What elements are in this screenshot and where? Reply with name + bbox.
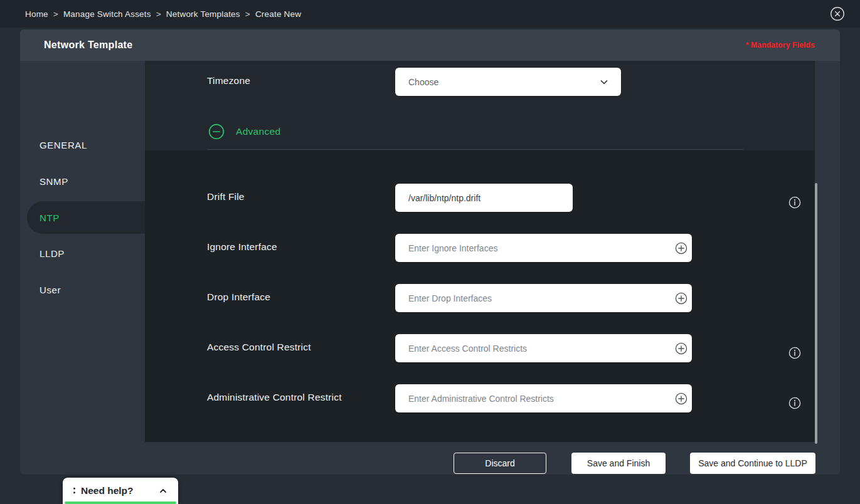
timezone-label: Timezone	[207, 75, 250, 87]
add-access-control-restrict-icon[interactable]	[675, 342, 687, 355]
drop-interface-label: Drop Interface	[207, 291, 270, 303]
administrative-control-restrict-info-icon[interactable]	[788, 397, 801, 409]
chevron-up-icon[interactable]	[158, 486, 168, 496]
advanced-toggle[interactable]: Advanced	[208, 123, 280, 140]
timezone-selected-value: Choose	[408, 77, 438, 87]
divider	[207, 149, 743, 150]
save-and-finish-button[interactable]: Save and Finish	[571, 453, 666, 474]
breadcrumb-separator: >	[53, 9, 58, 19]
drift-file-input[interactable]	[395, 184, 573, 212]
sidebar: GENERAL SNMP NTP LLDP User	[20, 61, 145, 442]
breadcrumb-bar: Home > Manage Switch Assets > Network Te…	[0, 0, 860, 28]
ignore-interface-label: Ignore Interface	[207, 241, 277, 253]
sidebar-item-lldp[interactable]: LLDP	[20, 241, 145, 266]
breadcrumb: Home > Manage Switch Assets > Network Te…	[25, 9, 830, 19]
discard-button[interactable]: Discard	[454, 453, 546, 474]
ntp-form-content: Timezone Choose Advanced	[145, 61, 815, 442]
breadcrumb-network-templates[interactable]: Network Templates	[166, 9, 240, 19]
breadcrumb-separator: >	[245, 9, 250, 19]
administrative-control-restrict-input[interactable]	[395, 384, 692, 412]
need-help-label: Need help?	[81, 485, 158, 496]
sidebar-item-ntp[interactable]: NTP	[20, 205, 145, 230]
need-help-widget[interactable]: Need help?	[63, 478, 178, 504]
network-template-panel: Network Template * Mandatory Fields GENE…	[20, 29, 840, 475]
mandatory-fields-note: * Mandatory Fields	[746, 41, 815, 50]
close-icon[interactable]	[830, 6, 845, 21]
administrative-control-restrict-label: Administrative Control Restrict	[207, 392, 342, 403]
drop-interface-input[interactable]	[395, 284, 692, 312]
add-ignore-interface-icon[interactable]	[675, 242, 687, 255]
chevron-down-icon	[598, 76, 610, 88]
advanced-section-panel: Drift File Ignore Interface	[145, 150, 815, 442]
access-control-restrict-input[interactable]	[395, 334, 692, 362]
access-control-restrict-label: Access Control Restrict	[207, 342, 311, 353]
ignore-interface-input[interactable]	[395, 234, 692, 262]
page-title: Network Template	[44, 39, 132, 51]
screen: Home > Manage Switch Assets > Network Te…	[0, 0, 860, 504]
drift-file-info-icon[interactable]	[788, 196, 801, 209]
advanced-section-label: Advanced	[236, 126, 280, 137]
sidebar-item-snmp[interactable]: SNMP	[20, 169, 145, 194]
breadcrumb-manage-switch-assets[interactable]: Manage Switch Assets	[63, 9, 151, 19]
breadcrumb-create-new: Create New	[255, 9, 301, 19]
panel-header: Network Template * Mandatory Fields	[20, 29, 840, 61]
breadcrumb-home[interactable]: Home	[25, 9, 48, 19]
sidebar-item-user[interactable]: User	[20, 277, 145, 302]
save-and-continue-to-lldp-button[interactable]: Save and Continue to LLDP	[690, 453, 815, 474]
collapse-minus-icon	[208, 123, 225, 140]
drift-file-label: Drift File	[207, 191, 245, 202]
content-scrollbar[interactable]	[815, 183, 817, 444]
timezone-select[interactable]: Choose	[395, 68, 621, 96]
access-control-restrict-info-icon[interactable]	[788, 347, 801, 359]
breadcrumb-separator: >	[156, 9, 161, 19]
add-drop-interface-icon[interactable]	[675, 292, 687, 305]
help-accent-underline	[65, 501, 176, 504]
help-handle-icon	[73, 486, 76, 495]
sidebar-item-general[interactable]: GENERAL	[20, 132, 145, 157]
add-administrative-control-restrict-icon[interactable]	[675, 392, 687, 405]
